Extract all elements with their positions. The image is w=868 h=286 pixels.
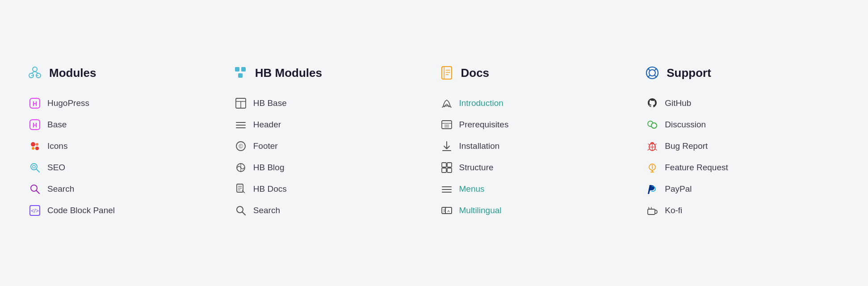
svg-rect-54	[447, 168, 452, 172]
nav-item-footer[interactable]: © Footer	[233, 135, 430, 157]
code-block-icon: </>	[29, 204, 41, 217]
installation-label: Installation	[459, 141, 500, 151]
svg-text:文: 文	[443, 209, 446, 213]
svg-point-64	[649, 70, 655, 76]
header-icon	[235, 118, 247, 131]
seo-icon	[29, 161, 41, 174]
nav-grid: Modules H HugoPress H Base	[0, 47, 868, 239]
svg-rect-51	[442, 163, 446, 167]
introduction-icon	[440, 97, 453, 109]
svg-point-17	[33, 165, 35, 168]
nav-item-code-block-panel[interactable]: </> Code Block Panel	[27, 200, 224, 221]
prerequisites-icon	[440, 118, 453, 131]
column-docs: Docs Introduction Prerequ	[439, 65, 636, 221]
svg-line-3	[31, 72, 35, 73]
github-icon	[646, 97, 658, 109]
feature-request-label: Feature Request	[665, 163, 728, 172]
svg-point-0	[33, 67, 37, 72]
hugopress-label: HugoPress	[47, 98, 89, 108]
column-header-hb-modules: HB Modules	[233, 65, 430, 83]
hb-blog-label: HB Blog	[253, 163, 285, 172]
nav-item-installation[interactable]: Installation	[439, 135, 636, 157]
hb-blog-icon	[235, 161, 247, 174]
seo-label: SEO	[47, 163, 65, 172]
svg-rect-24	[238, 73, 243, 78]
column-header-docs: Docs	[439, 65, 636, 83]
svg-point-11	[31, 142, 35, 147]
nav-item-header[interactable]: Header	[233, 114, 430, 135]
svg-point-14	[35, 147, 39, 150]
header-label: Header	[253, 120, 281, 130]
svg-line-76	[655, 144, 656, 145]
bug-report-label: Bug Report	[665, 141, 708, 151]
svg-line-77	[648, 149, 649, 150]
hb-search-label: Search	[253, 206, 280, 215]
svg-rect-52	[447, 163, 452, 167]
svg-line-85	[649, 207, 649, 209]
svg-point-13	[32, 147, 34, 150]
svg-rect-23	[241, 67, 246, 72]
column-header-support: Support	[644, 65, 841, 83]
footer-label: Footer	[253, 141, 278, 151]
docs-icon	[439, 65, 455, 81]
nav-item-discussion[interactable]: Discussion	[644, 114, 841, 135]
nav-item-menus[interactable]: Menus	[439, 178, 636, 200]
nav-item-structure[interactable]: Structure	[439, 157, 636, 178]
discussion-icon	[646, 118, 658, 131]
svg-line-16	[37, 169, 40, 172]
svg-text:©: ©	[239, 143, 243, 150]
nav-item-github[interactable]: GitHub	[644, 93, 841, 114]
installation-icon	[440, 140, 453, 152]
column-header-modules: Modules	[27, 65, 224, 83]
nav-item-base[interactable]: H Base	[27, 114, 224, 135]
svg-line-4	[35, 72, 38, 73]
icons-label: Icons	[47, 141, 67, 151]
search-icon	[29, 183, 41, 195]
support-header-label: Support	[667, 66, 711, 80]
base-label: Base	[47, 120, 67, 130]
hb-docs-label: HB Docs	[253, 184, 287, 194]
modules-icon	[27, 65, 43, 81]
hb-search-icon	[235, 204, 247, 217]
nav-item-icons[interactable]: Icons	[27, 135, 224, 157]
footer-icon: ©	[235, 140, 247, 152]
nav-item-hb-base[interactable]: HB Base	[233, 93, 430, 114]
hb-modules-icon	[233, 65, 249, 81]
nav-item-introduction[interactable]: Introduction	[439, 93, 636, 114]
nav-item-bug-report[interactable]: Bug Report	[644, 135, 841, 157]
svg-text:A: A	[447, 209, 450, 213]
nav-item-hb-search[interactable]: Search	[233, 200, 430, 221]
nav-item-seo[interactable]: SEO	[27, 157, 224, 178]
nav-item-hb-docs[interactable]: HB Docs	[233, 178, 430, 200]
support-icon	[644, 65, 660, 81]
nav-item-feature-request[interactable]: Feature Request	[644, 157, 841, 178]
nav-item-hb-blog[interactable]: HB Blog	[233, 157, 430, 178]
svg-rect-22	[235, 67, 239, 72]
structure-icon	[440, 161, 453, 174]
prerequisites-label: Prerequisites	[459, 120, 509, 130]
github-label: GitHub	[665, 98, 691, 108]
base-icon: H	[29, 118, 41, 131]
feature-request-icon	[646, 161, 658, 174]
nav-item-hugopress[interactable]: H HugoPress	[27, 93, 224, 114]
code-block-label: Code Block Panel	[47, 206, 115, 215]
svg-rect-84	[648, 209, 655, 214]
modules-header-label: Modules	[49, 66, 96, 80]
nav-item-multilingual[interactable]: A 文 Multilingual	[439, 200, 636, 221]
hb-base-label: HB Base	[253, 98, 287, 108]
svg-rect-41	[442, 67, 452, 79]
paypal-icon	[646, 183, 658, 195]
multilingual-icon: A 文	[440, 204, 453, 217]
nav-item-paypal[interactable]: PayPal	[644, 178, 841, 200]
bug-report-icon	[646, 140, 658, 152]
docs-header-label: Docs	[461, 66, 490, 80]
column-hb-modules: HB Modules HB Base Header	[233, 65, 430, 221]
svg-text:</>: </>	[31, 208, 38, 214]
nav-item-prerequisites[interactable]: Prerequisites	[439, 114, 636, 135]
svg-rect-45	[442, 121, 452, 129]
nav-item-kofi[interactable]: Ko-fi	[644, 200, 841, 221]
hb-docs-icon	[235, 183, 247, 195]
svg-point-12	[36, 143, 38, 146]
svg-text:H: H	[33, 122, 37, 129]
nav-item-search[interactable]: Search	[27, 178, 224, 200]
